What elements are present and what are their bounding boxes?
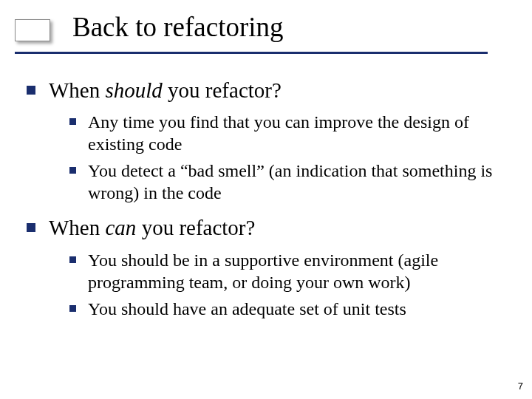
text-pre: When xyxy=(49,78,106,102)
bullet-text: You detect a “bad smell” (an indication … xyxy=(88,160,502,204)
bullet-text: When can you refactor? xyxy=(49,214,255,241)
square-bullet-icon xyxy=(69,305,76,312)
square-bullet-icon xyxy=(27,86,35,95)
text-post: you refactor? xyxy=(136,216,255,239)
text-em: should xyxy=(106,78,163,102)
square-bullet-icon xyxy=(69,167,76,174)
bullet-level1: When can you refactor? xyxy=(27,214,507,241)
sub-list: Any time you find that you can improve t… xyxy=(69,111,507,204)
title-underline xyxy=(15,52,488,54)
bullet-text: Any time you find that you can improve t… xyxy=(88,111,502,155)
bullet-level2: You should have an adequate set of unit … xyxy=(69,298,507,320)
text-em: can xyxy=(106,216,137,239)
square-bullet-icon xyxy=(27,223,35,232)
slide-title: Back to refactoring xyxy=(72,13,284,42)
slide: Back to refactoring When should you refa… xyxy=(0,0,532,399)
bullet-level1: When should you refactor? xyxy=(27,77,507,103)
sub-list: You should be in a supportive environmen… xyxy=(69,249,507,320)
title-decor-box xyxy=(15,19,50,41)
bullet-text: When should you refactor? xyxy=(49,77,282,103)
text-pre: When xyxy=(49,216,106,239)
square-bullet-icon xyxy=(69,256,76,263)
page-number: 7 xyxy=(518,381,523,392)
bullet-level2: You should be in a supportive environmen… xyxy=(69,249,507,293)
bullet-text: You should be in a supportive environmen… xyxy=(88,249,502,293)
title-bar: Back to refactoring xyxy=(15,13,488,42)
slide-body: When should you refactor? Any time you f… xyxy=(27,66,507,320)
title-area: Back to refactoring xyxy=(15,13,488,42)
text-post: you refactor? xyxy=(163,78,282,102)
bullet-level2: Any time you find that you can improve t… xyxy=(69,111,507,155)
square-bullet-icon xyxy=(69,118,76,125)
bullet-level2: You detect a “bad smell” (an indication … xyxy=(69,160,507,204)
bullet-text: You should have an adequate set of unit … xyxy=(88,298,406,320)
